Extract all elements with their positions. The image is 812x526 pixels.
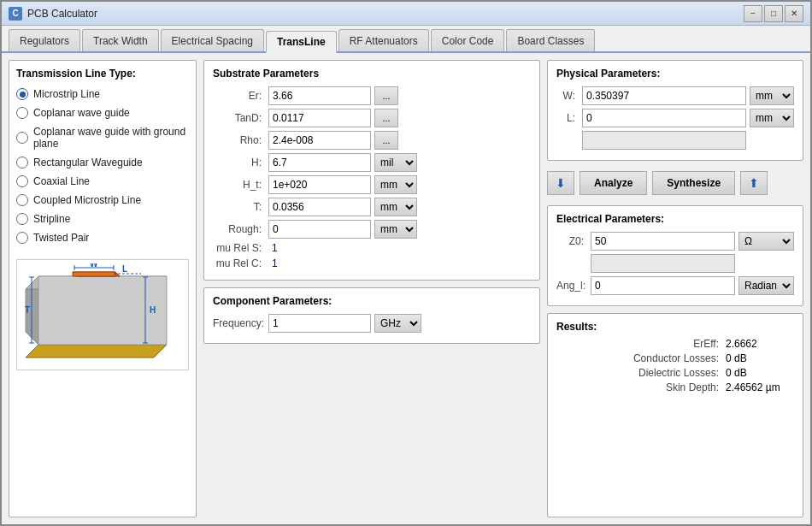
option-coupled-microstrip[interactable]: Coupled Microstrip Line (16, 192, 189, 208)
radio-microstrip-line[interactable] (16, 88, 28, 100)
h-unit-select[interactable]: milmmum (374, 153, 417, 172)
component-title: Component Parameters: (213, 295, 531, 307)
frequency-row: Frequency: GHzMHzkHzHz (213, 314, 531, 333)
murels-label: mu Rel S: (213, 242, 268, 254)
option-coaxial-line[interactable]: Coaxial Line (16, 174, 189, 189)
dielectric-losses-label: Dielectric Losses: (556, 367, 719, 379)
radio-coaxial-line[interactable] (16, 175, 28, 187)
param-row-murelc: mu Rel C: 1 (213, 257, 531, 269)
t-label: T: (213, 201, 268, 213)
substrate-title: Substrate Parameters (213, 68, 531, 80)
radio-stripline[interactable] (16, 213, 28, 225)
electrical-parameters-box: Electrical Parameters: Z0: ΩmΩ Ang_l: (547, 205, 803, 306)
physical-title: Physical Parameters: (556, 68, 794, 80)
skin-depth-label: Skin Depth: (556, 381, 719, 393)
app-icon: C (9, 7, 22, 21)
tabs-bar: Regulators Track Width Electrical Spacin… (2, 26, 810, 53)
frequency-unit-select[interactable]: GHzMHzkHzHz (374, 314, 421, 333)
angl-input[interactable] (591, 276, 735, 295)
ht-input[interactable] (268, 175, 371, 194)
option-stripline[interactable]: Stripline (16, 211, 189, 227)
svg-text:W: W (90, 263, 98, 269)
param-row-tand: TanD: ... (213, 109, 531, 127)
synthesize-button[interactable]: Synthesize (652, 171, 735, 195)
option-rectangular-waveguide[interactable]: Rectangular Waveguide (16, 155, 189, 170)
tab-color-code[interactable]: Color Code (431, 29, 505, 51)
w-unit-select[interactable]: mmmilum (750, 86, 794, 105)
minimize-button[interactable]: − (744, 5, 762, 22)
tab-track-width[interactable]: Track Width (82, 29, 159, 51)
param-row-rough: Rough: mmmilum (213, 220, 531, 239)
svg-text:H: H (150, 305, 156, 315)
window-controls: − □ ✕ (744, 5, 803, 22)
tab-regulators[interactable]: Regulators (9, 29, 80, 51)
z0-input[interactable] (591, 232, 735, 251)
dielectric-losses-value: 0 dB (726, 367, 794, 379)
radio-coplanar-waveguide[interactable] (16, 107, 28, 119)
rho-btn[interactable]: ... (374, 131, 398, 150)
close-button[interactable]: ✕ (785, 5, 803, 22)
z0-label: Z0: (556, 235, 591, 247)
angl-label: Ang_l: (556, 280, 591, 292)
tab-transline[interactable]: TransLine (266, 31, 337, 53)
tab-board-classes[interactable]: Board Classes (506, 29, 595, 51)
radio-coplanar-waveguide-ground[interactable] (16, 132, 28, 144)
radio-coupled-microstrip[interactable] (16, 194, 28, 206)
result-dielectric-losses: Dielectric Losses: 0 dB (556, 367, 794, 379)
param-row-h: H: milmmum (213, 153, 531, 172)
rho-label: Rho: (213, 134, 268, 146)
transmission-line-title: Transmission Line Type: (16, 68, 189, 80)
er-input[interactable] (268, 86, 371, 105)
right-panel: Physical Parameters: W: mmmilum L: mmmil… (547, 60, 803, 517)
ereff-value: 2.6662 (726, 338, 794, 350)
option-coplanar-waveguide-ground[interactable]: Coplanar wave guide with ground plane (16, 124, 189, 151)
rough-input[interactable] (268, 220, 371, 239)
murelc-value: 1 (268, 257, 278, 269)
substrate-parameters-box: Substrate Parameters Er: ... TanD: ... R… (203, 60, 540, 281)
frequency-label: Frequency: (213, 317, 268, 329)
window-title: PCB Calculator (27, 8, 744, 20)
t-input[interactable] (268, 198, 371, 216)
svg-text:T: T (25, 305, 30, 315)
ht-unit-select[interactable]: mmmilum (374, 175, 417, 194)
er-btn[interactable]: ... (374, 86, 398, 105)
up-arrow-button[interactable]: ⬆ (740, 171, 768, 195)
result-conductor-losses: Conductor Losses: 0 dB (556, 352, 794, 364)
extra-phys-row (556, 131, 794, 150)
analyze-button[interactable]: Analyze (580, 171, 647, 195)
option-coplanar-waveguide[interactable]: Coplanar wave guide (16, 105, 189, 121)
w-input[interactable] (582, 86, 746, 105)
radio-twisted-pair[interactable] (16, 232, 28, 244)
h-label: H: (213, 157, 268, 168)
main-window: C PCB Calculator − □ ✕ Regulators Track … (0, 0, 812, 526)
t-unit-select[interactable]: mmmilum (374, 198, 417, 216)
radio-rectangular-waveguide[interactable] (16, 157, 28, 168)
phys-empty-input (582, 131, 746, 150)
tand-btn[interactable]: ... (374, 109, 398, 127)
w-label: W: (556, 90, 582, 102)
er-label: Er: (213, 90, 268, 102)
option-microstrip-line[interactable]: Microstrip Line (16, 86, 189, 102)
title-bar: C PCB Calculator − □ ✕ (2, 2, 810, 26)
l-unit-select[interactable]: mmmilum (750, 109, 794, 127)
maximize-button[interactable]: □ (764, 5, 783, 22)
murels-value: 1 (268, 242, 278, 254)
frequency-input[interactable] (268, 314, 371, 333)
option-twisted-pair[interactable]: Twisted Pair (16, 230, 189, 245)
tand-input[interactable] (268, 109, 371, 127)
down-arrow-button[interactable]: ⬇ (547, 171, 574, 195)
z0-unit-select[interactable]: ΩmΩ (738, 232, 794, 251)
z0-empty-row (556, 254, 794, 273)
l-input[interactable] (582, 109, 746, 127)
tab-electrical-spacing[interactable]: Electrical Spacing (161, 29, 264, 51)
angl-unit-select[interactable]: RadianDegree (738, 276, 794, 295)
param-row-er: Er: ... (213, 86, 531, 105)
rho-input[interactable] (268, 131, 371, 150)
h-input[interactable] (268, 153, 371, 172)
transmission-line-options: Microstrip Line Coplanar wave guide Copl… (16, 86, 189, 245)
result-ereff: ErEff: 2.6662 (556, 338, 794, 350)
results-title: Results: (556, 321, 794, 333)
rough-unit-select[interactable]: mmmilum (374, 220, 417, 239)
tab-rf-attenuators[interactable]: RF Attenuators (338, 29, 429, 51)
result-skin-depth: Skin Depth: 2.46562 µm (556, 381, 794, 393)
